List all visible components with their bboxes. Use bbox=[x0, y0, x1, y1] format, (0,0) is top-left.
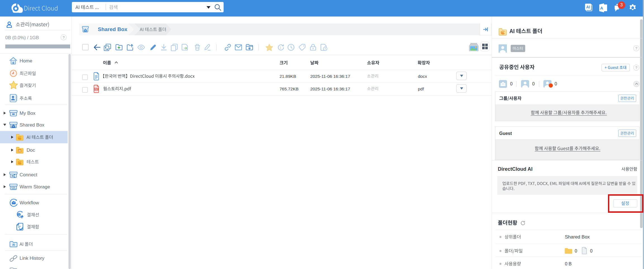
svg-text:PDF: PDF bbox=[94, 88, 98, 90]
svg-text:AI: AI bbox=[586, 5, 590, 9]
svg-text:A: A bbox=[600, 6, 603, 10]
svg-text:AI: AI bbox=[12, 243, 15, 246]
svg-text:AI: AI bbox=[18, 149, 21, 152]
svg-text:1: 1 bbox=[280, 46, 281, 49]
